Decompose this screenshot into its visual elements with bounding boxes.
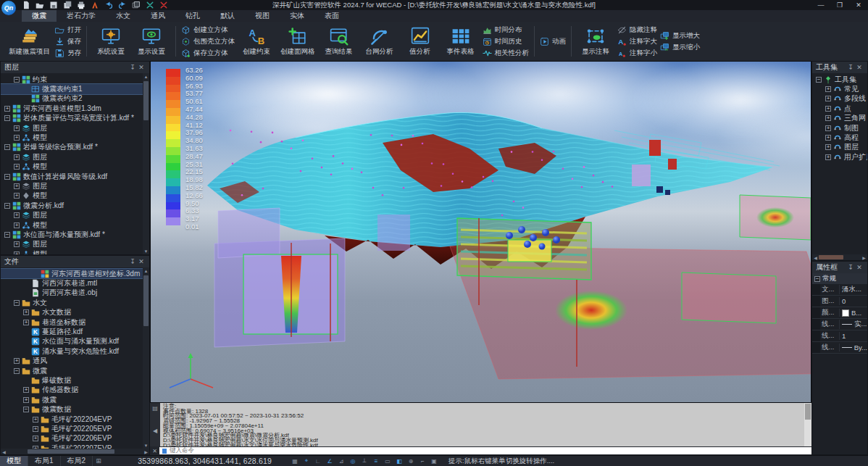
value-analysis-button[interactable]: 值分析 bbox=[401, 27, 439, 57]
units-toggle[interactable]: ⊕ bbox=[406, 457, 415, 465]
menu-tab-9[interactable]: 表面 bbox=[314, 10, 349, 22]
layer-tree-item[interactable]: −岩爆等级综合预测.kdf * bbox=[1, 143, 149, 152]
correlation-button[interactable]: 相关性分析 bbox=[483, 48, 530, 59]
menu-tab-6[interactable]: 默认 bbox=[210, 10, 245, 22]
layers-scrollbar[interactable]: ▲ ▼ bbox=[143, 73, 149, 254]
system-settings-button[interactable]: 系统设置 bbox=[92, 27, 130, 57]
file-tree-item[interactable]: +毛坪矿202205EVP bbox=[1, 424, 149, 433]
save-small-button[interactable]: 保存 bbox=[55, 36, 81, 47]
expand-toggle[interactable]: + bbox=[825, 115, 831, 121]
otrack-toggle[interactable]: ◎ bbox=[349, 457, 357, 465]
layer-tree-item[interactable]: +模型 bbox=[1, 133, 149, 142]
open-small-button[interactable]: 打开 bbox=[55, 25, 81, 36]
pin-icon[interactable]: ↧ bbox=[128, 257, 137, 266]
expand-toggle[interactable]: + bbox=[825, 96, 831, 101]
layer-tree-item[interactable]: +图层 bbox=[1, 210, 149, 220]
layer-tree-item[interactable]: 微震表约束1 bbox=[1, 84, 149, 93]
dynamic-input-toggle[interactable]: ⌐ bbox=[418, 457, 427, 465]
close-red-icon[interactable] bbox=[159, 1, 168, 9]
toolset-tree-item[interactable]: −工具集 bbox=[812, 75, 867, 84]
time-distribution-button[interactable]: 时间分布 bbox=[483, 25, 530, 36]
layer-tree-item[interactable]: −微震分析.kdf bbox=[1, 201, 149, 210]
annotation-smaller-button[interactable]: A注释字小 bbox=[617, 48, 657, 59]
property-row[interactable]: 线...1 bbox=[812, 330, 867, 342]
toolset-hscrollbar[interactable]: ◀ ▶ bbox=[812, 254, 867, 260]
close-icon[interactable]: ✕ bbox=[137, 257, 146, 266]
close-icon[interactable]: ✕ bbox=[855, 263, 864, 272]
expand-toggle[interactable]: + bbox=[825, 144, 831, 150]
console-scrollbar[interactable] bbox=[804, 403, 811, 446]
toolset-tree-item[interactable]: +三角网 bbox=[812, 114, 867, 123]
expand-toggle[interactable]: + bbox=[825, 135, 831, 141]
files-hscrollbar[interactable]: ◀ ▶ bbox=[1, 449, 149, 454]
expand-toggle[interactable]: − bbox=[14, 77, 20, 83]
console-collapse-icon[interactable]: ◀ bbox=[153, 428, 157, 434]
file-tree-item[interactable]: +传感器数据 bbox=[1, 386, 149, 395]
expand-toggle[interactable]: + bbox=[33, 426, 38, 432]
layer-tree-item[interactable]: +模型 bbox=[1, 249, 149, 254]
display-settings-button[interactable]: 显示设置 bbox=[133, 27, 170, 57]
property-row[interactable]: 图...0 bbox=[812, 296, 867, 307]
file-tree-item[interactable]: −水文 bbox=[1, 298, 149, 307]
file-tree-item[interactable]: K蔓延路径.kdf bbox=[1, 327, 149, 336]
open-file-icon[interactable] bbox=[36, 1, 44, 9]
layer-tree-item[interactable]: −岩体质量评估与采场宽度计算.kdf * bbox=[1, 114, 149, 123]
close-teal-icon[interactable] bbox=[146, 1, 154, 9]
save-cube-button[interactable]: 保存立方体 bbox=[181, 48, 235, 59]
app-logo[interactable]: Qn bbox=[1, 1, 16, 15]
pin-icon[interactable]: ↧ bbox=[846, 63, 855, 72]
layout-tab-2[interactable]: 布局1 bbox=[28, 456, 61, 466]
hide-annotation-button[interactable]: 隐藏注释 bbox=[617, 25, 657, 36]
layer-tree-item[interactable]: −数值计算岩爆风险等级.kdf bbox=[1, 172, 149, 181]
save-file-icon[interactable] bbox=[49, 1, 58, 9]
pin-icon[interactable]: ↧ bbox=[128, 63, 137, 72]
toolset-tree-item[interactable]: +点 bbox=[812, 104, 867, 113]
expand-toggle[interactable]: − bbox=[4, 203, 10, 209]
file-tree-item[interactable]: +巷道坐标数据 bbox=[1, 317, 149, 327]
close-icon[interactable]: ✕ bbox=[137, 63, 146, 72]
expand-toggle[interactable]: + bbox=[23, 309, 29, 315]
network-analysis-button[interactable]: 台网分析 bbox=[361, 27, 398, 57]
new-layout-icon[interactable]: ⊞ bbox=[93, 457, 104, 465]
expand-toggle[interactable]: − bbox=[4, 174, 10, 180]
expand-toggle[interactable]: + bbox=[825, 86, 831, 92]
save-all-icon[interactable] bbox=[63, 1, 72, 9]
save-as-button[interactable]: 另存 bbox=[55, 48, 81, 59]
layer-tree-item[interactable]: +河东河西巷道模型1.3dm bbox=[1, 104, 149, 113]
toolset-tree-item[interactable]: +图层 bbox=[812, 143, 867, 152]
toolset-tree-item[interactable]: +制图 bbox=[812, 123, 867, 133]
osnap-toggle[interactable]: ⊿ bbox=[337, 457, 346, 465]
close-button[interactable]: ✕ bbox=[849, 1, 868, 10]
layer-tree-item[interactable]: +图层 bbox=[1, 152, 149, 162]
display-enlarge-button[interactable]: 显示增大 bbox=[660, 30, 700, 41]
file-tree-item[interactable]: 爆破数据 bbox=[1, 375, 149, 385]
properties-section-header[interactable]: − 常规 bbox=[812, 273, 867, 284]
files-scrollbar[interactable]: ▲ ▼ bbox=[143, 267, 149, 449]
redo-icon[interactable] bbox=[118, 1, 127, 9]
gizmo-toggle[interactable]: ◧ bbox=[395, 457, 404, 465]
menu-tab-5[interactable]: 钻孔 bbox=[175, 10, 210, 22]
display-shrink-button[interactable]: 显示缩小 bbox=[660, 42, 700, 53]
grid-toggle[interactable]: ▦ bbox=[291, 457, 299, 465]
expand-toggle[interactable]: + bbox=[33, 446, 38, 449]
expand-toggle[interactable]: + bbox=[14, 212, 20, 218]
lineweight-toggle[interactable]: ⟂ bbox=[360, 457, 369, 465]
layout-tab-1[interactable]: 模型 bbox=[0, 456, 28, 466]
command-input[interactable]: 键入命令 bbox=[159, 447, 811, 454]
query-results-button[interactable]: 查询结果 bbox=[320, 27, 358, 57]
layer-tree-item[interactable]: −约束 bbox=[1, 75, 149, 84]
property-row[interactable]: 文...涌水... bbox=[812, 284, 867, 296]
print-icon[interactable] bbox=[77, 1, 85, 9]
file-tree-item[interactable]: +微震 bbox=[1, 395, 149, 404]
expand-toggle[interactable]: + bbox=[14, 154, 20, 160]
expand-toggle[interactable]: − bbox=[4, 144, 10, 150]
expand-toggle[interactable]: + bbox=[14, 135, 20, 141]
layer-tree-item[interactable]: 微震表约束2 bbox=[1, 94, 149, 104]
expand-toggle[interactable]: + bbox=[14, 241, 20, 247]
menu-tab-3[interactable]: 水文 bbox=[106, 10, 141, 22]
close-icon[interactable]: ✕ bbox=[855, 63, 864, 72]
expand-toggle[interactable]: + bbox=[825, 106, 831, 112]
expand-toggle[interactable]: + bbox=[33, 417, 38, 423]
expand-toggle[interactable]: − bbox=[816, 77, 822, 83]
expand-toggle[interactable]: − bbox=[14, 300, 20, 306]
